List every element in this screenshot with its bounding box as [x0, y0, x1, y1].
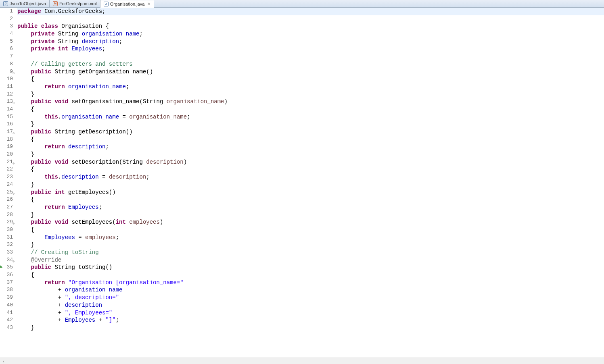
code-line[interactable]: }	[17, 211, 604, 219]
line-number: 40	[0, 302, 13, 309]
line-number: 39	[0, 294, 13, 302]
tab-json-to-object[interactable]: J JsonToObject.java	[0, 0, 50, 7]
line-number: 31	[0, 234, 13, 241]
code-line[interactable]: this.organisation_name = organisation_na…	[17, 113, 604, 121]
code-line[interactable]: + Employees + "]";	[17, 316, 604, 324]
code-line[interactable]: + organisation_name	[17, 286, 604, 294]
tab-organisation[interactable]: J Organisation.java ✕	[100, 0, 155, 8]
code-line[interactable]: }	[17, 241, 604, 249]
line-number: 8	[0, 60, 13, 68]
line-number: 6	[0, 45, 13, 53]
line-number: 2	[0, 15, 13, 23]
line-number: 36	[0, 271, 13, 279]
line-number: 22	[0, 166, 13, 173]
line-number: 15	[0, 113, 13, 121]
line-number: 29⊖	[0, 218, 13, 226]
horizontal-scrollbar[interactable]: ‹	[0, 358, 604, 364]
code-editor[interactable]: package Com.GeeksforGeeks;public class O…	[15, 8, 604, 356]
code-line[interactable]: }	[17, 181, 604, 189]
line-number: 34⊖	[0, 256, 13, 264]
code-line[interactable]: Employees = employees;	[17, 234, 604, 241]
line-number: 14	[0, 106, 13, 113]
code-line[interactable]: public void setDescription(String descri…	[17, 158, 604, 166]
line-number: 25⊖	[0, 189, 13, 196]
code-line[interactable]	[17, 15, 604, 23]
code-line[interactable]: package Com.GeeksforGeeks;	[17, 8, 604, 15]
line-number: 20	[0, 151, 13, 158]
line-number: 27	[0, 204, 13, 211]
code-line[interactable]: public String getDescription()	[17, 128, 604, 136]
line-number: 38	[0, 286, 13, 294]
tab-label: JsonToObject.java	[10, 1, 46, 6]
line-number: 17⊖	[0, 128, 13, 136]
code-line[interactable]: public void setOrganisation_name(String …	[17, 98, 604, 106]
line-number: 5	[0, 38, 13, 46]
line-number: 28	[0, 211, 13, 219]
line-number: 24	[0, 181, 13, 189]
line-number: 11	[0, 83, 13, 91]
code-line[interactable]: }	[17, 324, 604, 332]
code-line[interactable]: + ", Employees="	[17, 309, 604, 317]
line-number: 16	[0, 121, 13, 128]
line-number: 37	[0, 279, 13, 287]
code-line[interactable]: public class Organisation {	[17, 23, 604, 30]
line-number: 13⊖	[0, 98, 13, 106]
code-line[interactable]: private String organisation_name;	[17, 30, 604, 38]
scroll-left-icon: ‹	[0, 360, 7, 364]
editor-area: 123456789⊖10111213⊖14151617⊖18192021⊖222…	[0, 8, 604, 356]
code-line[interactable]: }	[17, 151, 604, 158]
code-line[interactable]: return description;	[17, 143, 604, 151]
line-number: 35	[0, 264, 13, 271]
line-number: 26	[0, 196, 13, 204]
line-number: 7	[0, 53, 13, 60]
line-number: 23	[0, 173, 13, 181]
code-line[interactable]: + ", description="	[17, 294, 604, 302]
line-number: 43	[0, 324, 13, 332]
tab-pom-xml[interactable]: M ForGeeks/pom.xml	[50, 0, 100, 7]
editor-tab-bar: J JsonToObject.java M ForGeeks/pom.xml J…	[0, 0, 604, 8]
code-line[interactable]: public String toString()	[17, 264, 604, 271]
code-line[interactable]: // Calling getters and setters	[17, 60, 604, 68]
code-line[interactable]	[17, 53, 604, 60]
code-line[interactable]: + description	[17, 302, 604, 309]
maven-file-icon: M	[53, 1, 58, 6]
code-line[interactable]: }	[17, 121, 604, 128]
close-icon[interactable]: ✕	[147, 2, 150, 6]
code-line[interactable]: private String description;	[17, 38, 604, 46]
code-line[interactable]: {	[17, 136, 604, 144]
line-number: 30	[0, 226, 13, 234]
line-number: 21⊖	[0, 158, 13, 166]
code-line[interactable]: {	[17, 271, 604, 279]
tab-label: ForGeeks/pom.xml	[59, 1, 97, 6]
line-number: 41	[0, 309, 13, 317]
java-file-icon: J	[104, 2, 109, 6]
line-number: 10	[0, 75, 13, 83]
line-number: 18	[0, 136, 13, 144]
code-line[interactable]: {	[17, 196, 604, 204]
line-number: 1	[0, 8, 13, 15]
code-line[interactable]: {	[17, 75, 604, 83]
code-line[interactable]: }	[17, 91, 604, 98]
code-line[interactable]: {	[17, 226, 604, 234]
line-number-gutter[interactable]: 123456789⊖10111213⊖14151617⊖18192021⊖222…	[0, 8, 15, 356]
line-number: 32	[0, 241, 13, 249]
code-line[interactable]: @Override	[17, 256, 604, 264]
override-marker-icon[interactable]	[0, 265, 2, 268]
code-line[interactable]: return organisation_name;	[17, 83, 604, 91]
code-line[interactable]: {	[17, 166, 604, 173]
code-line[interactable]: this.description = description;	[17, 173, 604, 181]
line-number: 3	[0, 23, 13, 30]
tab-label: Organisation.java	[110, 2, 145, 6]
code-line[interactable]: return "Organisation [organisation_name=…	[17, 279, 604, 287]
line-number: 9⊖	[0, 68, 13, 76]
line-number: 42	[0, 316, 13, 324]
code-line[interactable]: {	[17, 106, 604, 113]
java-file-icon: J	[3, 1, 8, 6]
code-line[interactable]: // Creating toString	[17, 249, 604, 256]
code-line[interactable]: public int getEmployees()	[17, 189, 604, 196]
code-line[interactable]: public void setEmployees(int employees)	[17, 218, 604, 226]
line-number: 19	[0, 143, 13, 151]
code-line[interactable]: return Employees;	[17, 204, 604, 211]
code-line[interactable]: public String getOrganisation_name()	[17, 68, 604, 76]
code-line[interactable]: private int Employees;	[17, 45, 604, 53]
